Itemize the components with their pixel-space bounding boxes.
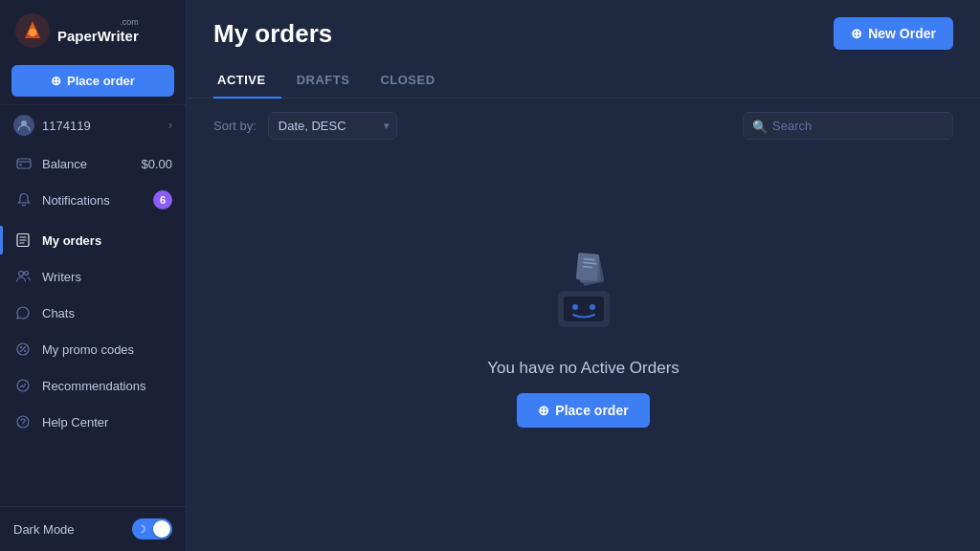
- main-content: My orders ⊕ New Order ACTIVE DRAFTS CLOS…: [187, 0, 980, 551]
- help-icon: [13, 412, 33, 431]
- logo-com: .com: [120, 18, 139, 27]
- sidebar-item-help-center[interactable]: Help Center: [0, 404, 186, 440]
- notifications-badge: 6: [153, 190, 172, 209]
- sidebar-item-label-promo-codes: My promo codes: [42, 342, 134, 357]
- user-profile-item[interactable]: 1174119 ›: [0, 105, 186, 145]
- sort-wrapper: Date, DESC Date, ASC Deadline, ASC Deadl…: [268, 112, 397, 140]
- empty-state: You have no Active Orders ⊕ Place order: [187, 153, 980, 551]
- sidebar-nav: My orders Writers Chats: [0, 218, 186, 506]
- sidebar-place-order-label: Place order: [67, 74, 135, 88]
- svg-point-17: [590, 304, 595, 310]
- dark-mode-toggle[interactable]: ☽: [132, 518, 172, 540]
- sidebar-item-label-chats: Chats: [42, 306, 75, 320]
- empty-place-order-label: Place order: [555, 403, 628, 418]
- logo-icon: [15, 13, 50, 48]
- tab-drafts[interactable]: DRAFTS: [293, 63, 366, 99]
- orders-icon: [13, 231, 33, 250]
- sidebar-item-label-writers: Writers: [42, 270, 81, 284]
- sidebar-item-writers[interactable]: Writers: [0, 258, 186, 295]
- search-icon: 🔍: [752, 119, 768, 133]
- notifications-item[interactable]: Notifications 6: [0, 182, 186, 218]
- tab-closed[interactable]: CLOSED: [376, 63, 450, 99]
- svg-point-13: [23, 425, 24, 426]
- plus-icon: ⊕: [851, 26, 862, 41]
- plus-circle-icon-main: ⊕: [538, 403, 549, 418]
- empty-state-text: You have no Active Orders: [487, 359, 679, 378]
- balance-icon: [13, 153, 34, 174]
- svg-rect-6: [19, 165, 22, 166]
- notifications-label: Notifications: [42, 193, 145, 208]
- dark-mode-label: Dark Mode: [13, 522, 132, 537]
- sort-label: Sort by:: [213, 119, 256, 133]
- new-order-label: New Order: [868, 26, 936, 41]
- sort-select[interactable]: Date, DESC Date, ASC Deadline, ASC Deadl…: [268, 112, 397, 140]
- recommendations-icon: [13, 376, 33, 395]
- svg-point-8: [19, 272, 24, 276]
- search-input[interactable]: [743, 112, 953, 140]
- svg-point-3: [29, 29, 36, 36]
- sidebar-item-chats[interactable]: Chats: [0, 295, 186, 331]
- chevron-right-icon: ›: [168, 119, 172, 132]
- chats-icon: [13, 303, 33, 322]
- sidebar-item-label-my-orders: My orders: [42, 233, 101, 248]
- sidebar-item-promo-codes[interactable]: My promo codes: [0, 331, 186, 367]
- avatar: [13, 115, 34, 136]
- logo: .com PaperWriter: [0, 0, 186, 61]
- search-wrapper: 🔍: [743, 112, 953, 140]
- empty-illustration: [531, 238, 636, 343]
- new-order-button[interactable]: ⊕ New Order: [834, 17, 953, 50]
- balance-amount: $0.00: [141, 157, 172, 171]
- svg-line-23: [583, 267, 592, 268]
- svg-point-16: [572, 304, 578, 310]
- sidebar-place-order-button[interactable]: ⊕ Place order: [11, 65, 174, 97]
- sidebar-item-label-recommendations: Recommendations: [42, 379, 145, 393]
- empty-place-order-button[interactable]: ⊕ Place order: [517, 393, 649, 428]
- logo-text: .com PaperWriter: [57, 18, 139, 43]
- filters-bar: Sort by: Date, DESC Date, ASC Deadline, …: [187, 99, 980, 153]
- svg-line-21: [583, 259, 594, 260]
- promo-icon: [13, 340, 33, 359]
- sidebar-item-recommendations[interactable]: Recommendations: [0, 367, 186, 404]
- user-id: 1174119: [42, 119, 161, 133]
- logo-main: PaperWriter: [57, 29, 139, 43]
- sidebar: .com PaperWriter ⊕ Place order 1174119 ›…: [0, 0, 187, 551]
- svg-point-9: [25, 272, 29, 276]
- svg-rect-5: [17, 159, 31, 168]
- plus-circle-icon: ⊕: [51, 74, 61, 88]
- svg-point-11: [17, 380, 29, 391]
- svg-point-12: [17, 416, 29, 428]
- toggle-knob: [153, 520, 170, 538]
- main-header: My orders ⊕ New Order: [187, 0, 980, 63]
- tab-active[interactable]: ACTIVE: [213, 63, 281, 99]
- page-title: My orders: [213, 19, 332, 49]
- writers-icon: [13, 267, 33, 286]
- balance-item: Balance $0.00: [0, 145, 186, 182]
- sidebar-item-my-orders[interactable]: My orders: [0, 222, 186, 258]
- moon-icon: ☽: [137, 523, 146, 536]
- dark-mode-row: Dark Mode ☽: [0, 506, 186, 551]
- sidebar-item-label-help-center: Help Center: [42, 415, 108, 430]
- tabs-bar: ACTIVE DRAFTS CLOSED: [187, 63, 980, 99]
- balance-label: Balance: [42, 157, 133, 171]
- bell-icon: [13, 189, 34, 210]
